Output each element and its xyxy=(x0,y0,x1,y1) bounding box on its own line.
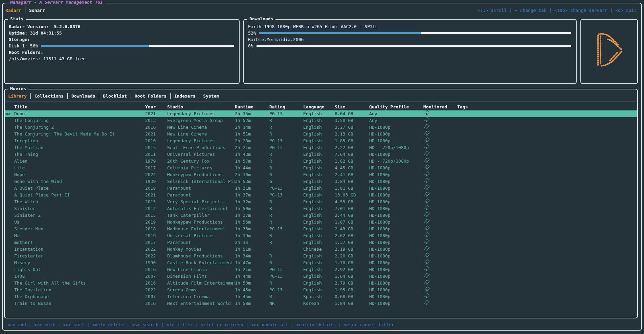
cell-rating: PG-13 xyxy=(269,185,303,192)
column-header-runtime[interactable]: Runtime xyxy=(235,104,269,110)
table-row[interactable]: The Conjuring 22016New Line Cinema2h 14m… xyxy=(5,124,637,131)
table-row[interactable]: Sinister2012Automatik Entertainment1h 50… xyxy=(5,205,637,212)
table-row[interactable]: Incantation2022Monkey Movies1h 51mChines… xyxy=(5,246,637,253)
column-header-size[interactable]: Size xyxy=(335,104,369,110)
cell-year: 2013 xyxy=(145,117,167,124)
cell-title: Lights Out xyxy=(14,266,145,273)
table-row[interactable]: Sinister 22015Tank Caterpillar1h 37mREng… xyxy=(5,212,637,219)
table-row[interactable]: Slender Man2018Madhouse Entertainment1h … xyxy=(5,226,637,232)
cell-language: English xyxy=(303,239,335,246)
cell-rating: R xyxy=(269,232,303,239)
cell-rating: PG-13 xyxy=(269,144,303,151)
movies-tab-downloads[interactable]: Downloads xyxy=(71,93,95,99)
cell-year: 2017 xyxy=(145,239,167,246)
table-row[interactable]: The Witch2015Very Special Projects1h 32m… xyxy=(5,199,637,205)
table-row[interactable]: The Martian2015Scott Free Productions2h … xyxy=(5,144,637,151)
table-row[interactable]: =>Dune2021Legendary Pictures2h 35mPG-13E… xyxy=(5,110,637,117)
cell-language: English xyxy=(303,232,335,239)
cell-rating: PG-13 xyxy=(269,138,303,144)
column-header-language[interactable]: Language xyxy=(303,104,335,110)
cell-title: mother! xyxy=(14,239,145,246)
tab-separator xyxy=(99,93,99,99)
cell-runtime: 2h 14m xyxy=(235,124,269,131)
table-row[interactable]: Alien197920th Century Fox1h 57mREnglish1… xyxy=(5,158,637,165)
column-header-tags[interactable]: Tags xyxy=(457,104,637,110)
table-row[interactable]: A Quiet Place Part II2021Paramount1h 37m… xyxy=(5,192,637,199)
column-header-monitored[interactable]: Monitored xyxy=(423,104,457,110)
cell-studio: New Line Cinema xyxy=(167,266,235,273)
movies-tab-root-folders[interactable]: Root Folders xyxy=(135,93,166,99)
cell-size: 7.64 GB xyxy=(335,151,369,158)
cell-quality: HD-1080p xyxy=(369,124,423,131)
column-header-quality-profile[interactable]: Quality Profile xyxy=(369,104,423,110)
cell-size: 2.43 GB xyxy=(335,226,369,232)
cell-monitored xyxy=(423,239,457,246)
cell-tags xyxy=(457,144,637,151)
cell-quality: HD-1080p xyxy=(369,219,423,226)
selected-row-marker xyxy=(5,131,14,138)
movies-tab-library[interactable]: Library xyxy=(8,93,27,99)
cell-runtime: 1h 21m xyxy=(235,266,269,273)
cell-rating: R xyxy=(269,239,303,246)
cell-tags xyxy=(457,226,637,232)
table-row[interactable]: The Conjuring: The Devil Made Me Do It20… xyxy=(5,131,637,138)
cell-quality: HD-1080p xyxy=(369,293,423,300)
table-row[interactable]: The Girl with All the Gifts2016Altitude … xyxy=(5,280,637,287)
cell-quality: HD-1080p xyxy=(369,266,423,273)
cell-studio: Paramount xyxy=(167,192,235,199)
column-header-rating[interactable]: Rating xyxy=(269,104,303,110)
monitored-bookmark-icon xyxy=(424,287,430,292)
table-row[interactable]: A Quiet Place2018Paramount1h 31mPG-13Eng… xyxy=(5,185,637,192)
movies-tab-indexers[interactable]: Indexers xyxy=(174,93,196,99)
table-row[interactable]: mother!2017Paramount2h 1mREnglish1.37 GB… xyxy=(5,239,637,246)
cell-language: English xyxy=(303,199,335,205)
table-row[interactable]: Nope2022Monkeypaw Productions2h 10mREngl… xyxy=(5,171,637,178)
table-row[interactable]: Gone with the Wind1939Selznick Internati… xyxy=(5,178,637,185)
cell-rating: PG-13 xyxy=(269,110,303,117)
movies-tab-system[interactable]: System xyxy=(203,93,219,99)
cell-size: 8.64 GB xyxy=(335,110,369,117)
column-header-studio[interactable]: Studio xyxy=(167,104,235,110)
top-bar: RadarrSonarr <↑↓> scroll | ↔ change tab … xyxy=(3,3,641,14)
column-header-title[interactable]: Title xyxy=(14,104,145,110)
cell-rating: R xyxy=(269,165,303,171)
cell-runtime: 2h 21m xyxy=(235,144,269,151)
table-row[interactable]: Life2017Columbia Pictures1h 44mREnglish4… xyxy=(5,165,637,171)
table-row[interactable]: The Invitation2022Screen Gems1h 45mPG-13… xyxy=(5,287,637,293)
servarr-tab-sonarr[interactable]: Sonarr xyxy=(29,8,45,13)
cell-quality: HD-1080p xyxy=(369,178,423,185)
monitored-bookmark-icon xyxy=(424,280,430,286)
table-row[interactable]: Inception2010Legendary Pictures2h 28mPG-… xyxy=(5,138,637,144)
selected-row-marker xyxy=(5,192,14,199)
table-row[interactable]: Lights Out2016New Line Cinema1h 21mPG-13… xyxy=(5,266,637,273)
movies-tab-blocklist[interactable]: Blocklist xyxy=(103,93,127,99)
cell-monitored xyxy=(423,287,457,293)
servarr-tab-radarr[interactable]: Radarr xyxy=(5,8,21,13)
table-row[interactable]: Us2019Monkeypaw Productions1h 56mREnglis… xyxy=(5,219,637,226)
table-row[interactable]: Train to Busan2016Next Entertainment Wor… xyxy=(5,300,637,307)
table-row[interactable]: 14082007Dimension Films1h 44mPG-13Englis… xyxy=(5,273,637,280)
cell-quality: HD-1080p xyxy=(369,131,423,138)
cell-year: 2007 xyxy=(145,293,167,300)
cell-title: Misery xyxy=(14,259,145,266)
cell-tags xyxy=(457,212,637,219)
cell-language: English xyxy=(303,192,335,199)
cell-title: A Quiet Place xyxy=(14,185,145,192)
cell-rating: NR xyxy=(269,300,303,307)
table-row[interactable]: Firestarter2022Blumhouse Productions1h 3… xyxy=(5,253,637,259)
table-row[interactable]: The Thing2011Universal Pictures1h 43mREn… xyxy=(5,151,637,158)
cell-size: 1.84 GB xyxy=(335,300,369,307)
selected-row-marker xyxy=(5,205,14,212)
cell-studio: Tank Caterpillar xyxy=(167,212,235,219)
monitored-bookmark-icon xyxy=(424,138,430,143)
cell-title: The Invitation xyxy=(14,287,145,293)
column-header-year[interactable]: Year xyxy=(145,104,167,110)
table-row[interactable]: The Conjuring2013Evergreen Media Group1h… xyxy=(5,117,637,124)
cell-rating: PG-13 xyxy=(269,273,303,280)
movies-tab-collections[interactable]: Collections xyxy=(35,93,64,99)
table-row[interactable]: Ma2019Universal Pictures1h 39mREnglish2.… xyxy=(5,232,637,239)
table-row[interactable]: The Orphanage2007Telecinco Cinema1h 45mR… xyxy=(5,293,637,300)
top-help-text: <↑↓> scroll | ↔ change tab | <tab> chang… xyxy=(478,8,637,13)
table-row[interactable]: Misery1990Castle Rock Entertainment1h 47… xyxy=(5,259,637,266)
monitored-bookmark-icon xyxy=(424,273,430,279)
